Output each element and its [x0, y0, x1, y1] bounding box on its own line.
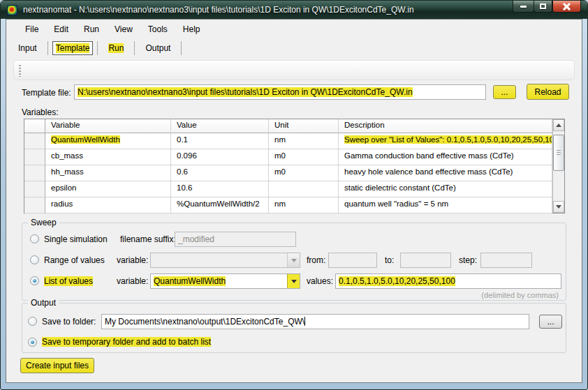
menu-view[interactable]: View: [107, 22, 140, 37]
table-header-row: Variable Value Unit Description: [24, 119, 552, 133]
row-header[interactable]: [24, 181, 45, 197]
table-row: radius %QuantumWellWidth/2 nm quantum we…: [24, 197, 552, 213]
filename-suffix-input: _modified: [175, 232, 296, 247]
range-variable-label: variable:: [117, 255, 148, 265]
maximize-icon: [540, 3, 546, 9]
cell-unit[interactable]: m0: [269, 165, 339, 181]
row-header[interactable]: [24, 165, 45, 181]
toolbar: [13, 60, 575, 80]
list-of-values-label[interactable]: List of values: [44, 276, 93, 286]
cell-description[interactable]: Gamma conduction band effective mass (Cd…: [339, 149, 552, 165]
menu-edit[interactable]: Edit: [46, 22, 76, 37]
single-simulation-label[interactable]: Single simulation: [44, 234, 108, 244]
row-header[interactable]: [24, 197, 45, 213]
cell-unit[interactable]: nm: [269, 197, 339, 213]
client-area: File Edit Run View Tools Help Input Temp…: [6, 19, 582, 383]
menu-bar: File Edit Run View Tools Help: [6, 20, 582, 38]
row-header[interactable]: [24, 149, 45, 165]
scroll-thumb[interactable]: [553, 135, 564, 171]
list-variable-label: variable:: [117, 276, 148, 286]
table-row: cb_mass 0.096 m0 Gamma conduction band e…: [24, 149, 552, 165]
cell-value[interactable]: 10.6: [171, 181, 269, 197]
list-variable-combobox[interactable]: QuantumWellWidth: [150, 273, 300, 289]
column-header-description[interactable]: Description: [339, 119, 552, 133]
table-row: epsilon 10.6 static dielectric constant …: [24, 181, 552, 197]
cell-value[interactable]: 0.1: [171, 133, 269, 149]
template-browse-button[interactable]: ...: [493, 85, 516, 99]
chevron-down-icon[interactable]: [287, 274, 300, 288]
cell-description[interactable]: static dielectric constant (CdTe): [339, 181, 552, 197]
cell-description[interactable]: heavy hole valence band effective mass (…: [339, 165, 552, 181]
cell-variable[interactable]: radius: [45, 197, 171, 213]
step-input: [480, 253, 532, 268]
to-label: to:: [385, 255, 394, 265]
filename-suffix-label: filename suffix:: [120, 234, 176, 244]
tab-run[interactable]: Run: [102, 41, 130, 55]
window-title: nextnanomat - N:\users\nextnano\nextnano…: [23, 5, 414, 15]
tab-template[interactable]: Template: [52, 41, 94, 55]
scroll-down-button[interactable]: [553, 201, 564, 213]
range-variable-combobox: [150, 253, 300, 268]
menu-run[interactable]: Run: [76, 22, 107, 37]
list-of-values-radio[interactable]: [30, 276, 39, 285]
variables-label: Variables:: [22, 107, 58, 117]
close-button[interactable]: [552, 1, 581, 13]
close-icon: [563, 3, 571, 10]
menu-tools[interactable]: Tools: [140, 22, 175, 37]
cell-value[interactable]: %QuantumWellWidth/2: [171, 197, 269, 213]
chevron-down-icon: [287, 253, 300, 267]
cell-value[interactable]: 0.096: [171, 149, 269, 165]
cell-unit[interactable]: nm: [269, 133, 339, 149]
cell-variable[interactable]: cb_mass: [45, 149, 171, 165]
triangle-down-icon: [556, 205, 561, 209]
cell-variable[interactable]: epsilon: [45, 181, 171, 197]
output-browse-button[interactable]: ...: [539, 315, 562, 329]
from-label: from:: [307, 255, 325, 265]
tab-strip: Input Template Run Output: [6, 38, 582, 58]
tab-separator: [181, 41, 182, 55]
range-of-values-radio[interactable]: [30, 255, 39, 264]
output-groupbox: Output Save to folder: My Documents\next…: [22, 303, 566, 353]
tab-separator: [97, 41, 98, 55]
cell-description[interactable]: Sweep over "List of Values": 0.1,0.5,1.0…: [339, 133, 552, 149]
save-to-folder-radio[interactable]: [28, 317, 37, 326]
tab-input[interactable]: Input: [12, 41, 43, 55]
save-to-temp-radio[interactable]: [28, 338, 37, 347]
sweep-group-label: Sweep: [28, 218, 59, 227]
single-simulation-radio[interactable]: [30, 234, 39, 243]
reload-button[interactable]: Reload: [527, 84, 569, 100]
maximize-button[interactable]: [534, 1, 552, 13]
column-header-value[interactable]: Value: [171, 119, 269, 133]
menu-file[interactable]: File: [17, 22, 46, 37]
scroll-up-button[interactable]: [553, 119, 564, 131]
minimize-button[interactable]: [513, 1, 534, 13]
cell-description[interactable]: quantum well "radius" = 5 nm: [339, 197, 552, 213]
menu-help[interactable]: Help: [175, 22, 208, 37]
column-header-unit[interactable]: Unit: [269, 119, 339, 133]
save-to-folder-label[interactable]: Save to folder:: [42, 317, 96, 327]
row-header[interactable]: [24, 133, 45, 149]
table-row: QuantumWellWidth 0.1 nm Sweep over "List…: [24, 133, 552, 149]
toolbar-grip-handle[interactable]: [19, 65, 21, 77]
tab-separator: [47, 41, 48, 55]
tab-output[interactable]: Output: [139, 41, 177, 55]
variables-table: Variable Value Unit Description QuantumW…: [24, 119, 565, 213]
save-to-temp-label[interactable]: Save to temporary folder and add to batc…: [42, 337, 211, 347]
cell-variable[interactable]: hh_mass: [45, 165, 171, 181]
output-folder-input[interactable]: My Documents\nextnano\output\1DExcitonCd…: [101, 314, 529, 329]
table-scrollbar[interactable]: [552, 119, 564, 213]
template-file-input[interactable]: N:\users\nextnano\nextnano3\input files\…: [74, 84, 486, 100]
to-input: [400, 253, 451, 268]
column-header-variable[interactable]: Variable: [45, 119, 171, 133]
cell-value[interactable]: 0.6: [171, 165, 269, 181]
table-corner-cell: [24, 119, 45, 133]
table-row: hh_mass 0.6 m0 heavy hole valence band e…: [24, 165, 552, 181]
title-bar: nextnanomat - N:\users\nextnano\nextnano…: [1, 1, 587, 19]
range-of-values-label[interactable]: Range of values: [44, 255, 105, 265]
create-input-files-button[interactable]: Create input files: [20, 358, 94, 373]
app-icon: [7, 5, 17, 15]
cell-unit[interactable]: m0: [269, 149, 339, 165]
values-input[interactable]: 0.1,0.5,1.0,5.0,10,20,25,50,100: [335, 273, 561, 289]
cell-unit[interactable]: [269, 181, 339, 197]
cell-variable[interactable]: QuantumWellWidth: [45, 133, 171, 149]
